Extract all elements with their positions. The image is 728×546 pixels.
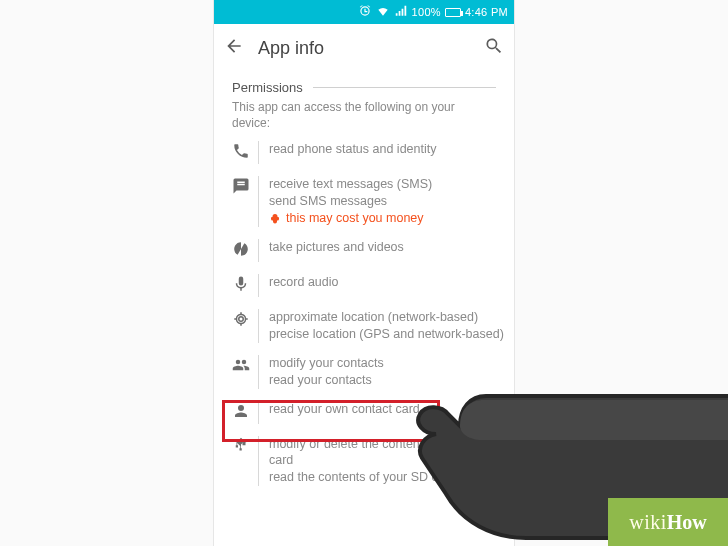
permission-label: modify or delete the contents of your SD… xyxy=(269,436,504,470)
permission-own-contact: read your own contact card xyxy=(224,401,504,424)
usb-icon xyxy=(232,437,250,459)
camera-icon xyxy=(232,240,250,262)
battery-icon xyxy=(445,8,461,17)
permission-label: read your contacts xyxy=(269,372,504,389)
signal-icon xyxy=(394,4,408,20)
permission-label: precise location (GPS and network-based) xyxy=(269,326,504,343)
section-description: This app can access the following on you… xyxy=(232,99,462,131)
people-icon xyxy=(232,356,250,378)
permission-location: approximate location (network-based) pre… xyxy=(224,309,504,343)
phone-icon xyxy=(232,142,250,164)
permissions-section: Permissions This app can access the foll… xyxy=(214,80,514,131)
phone-screen: 100% 4:46 PM App info Permissions This a… xyxy=(214,0,514,546)
permission-label: record audio xyxy=(269,274,504,291)
sms-icon xyxy=(232,177,250,199)
alarm-icon xyxy=(358,4,372,20)
permission-warning: this may cost you money xyxy=(269,210,504,227)
person-icon xyxy=(232,402,250,424)
mic-icon xyxy=(232,275,250,297)
divider xyxy=(313,87,496,88)
wikihow-watermark: wikiHow xyxy=(608,498,728,546)
permission-label: approximate location (network-based) xyxy=(269,309,504,326)
permission-label: modify your contacts xyxy=(269,355,504,372)
section-header: Permissions xyxy=(232,80,496,95)
permission-label: take pictures and videos xyxy=(269,239,504,256)
app-bar: App info xyxy=(214,24,514,72)
clock: 4:46 PM xyxy=(465,6,508,18)
permission-label: receive text messages (SMS) xyxy=(269,176,504,193)
watermark-how: How xyxy=(667,511,707,534)
wifi-icon xyxy=(376,4,390,20)
battery-pct: 100% xyxy=(412,6,441,18)
content-scroll[interactable]: Permissions This app can access the foll… xyxy=(214,72,514,512)
permission-warning-text: this may cost you money xyxy=(286,210,424,227)
page-title: App info xyxy=(258,38,470,59)
permissions-list: read phone status and identity receive t… xyxy=(214,141,514,486)
permission-camera: take pictures and videos xyxy=(224,239,504,262)
permission-contacts: modify your contacts read your contacts xyxy=(224,355,504,389)
permission-phone: read phone status and identity xyxy=(224,141,504,164)
permission-storage: modify or delete the contents of your SD… xyxy=(224,436,504,487)
permission-label: read the contents of your SD card xyxy=(269,469,504,486)
permission-label: send SMS messages xyxy=(269,193,504,210)
search-button[interactable] xyxy=(484,36,504,60)
location-icon xyxy=(232,310,250,332)
status-bar: 100% 4:46 PM xyxy=(214,0,514,24)
permission-sms: receive text messages (SMS) send SMS mes… xyxy=(224,176,504,227)
permission-label: read your own contact card xyxy=(269,401,504,418)
watermark-wiki: wiki xyxy=(629,511,667,534)
permission-mic: record audio xyxy=(224,274,504,297)
back-button[interactable] xyxy=(224,36,244,60)
section-title: Permissions xyxy=(232,80,303,95)
permission-label: read phone status and identity xyxy=(269,141,504,158)
